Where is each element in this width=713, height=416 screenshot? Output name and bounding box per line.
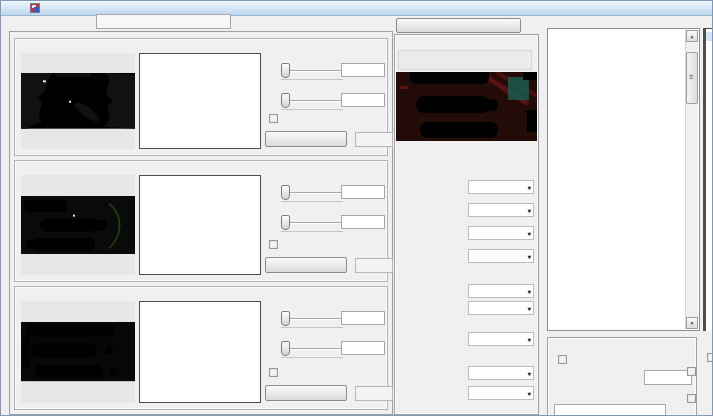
bridge-clipped-checkbox[interactable]: [707, 353, 713, 362]
lower-value-input-r[interactable]: [341, 93, 385, 107]
upper-value-input-g[interactable]: [341, 185, 385, 199]
chevron-down-icon: ▼: [527, 390, 531, 397]
scroll-down-icon[interactable]: ▼: [686, 317, 698, 329]
upper-slider-thumb[interactable]: [281, 185, 290, 200]
source-image-b: [21, 301, 135, 403]
scrollbar-thumb[interactable]: [686, 52, 698, 104]
upper-slider-r[interactable]: [281, 70, 343, 72]
histogram-g: [139, 175, 261, 275]
upper-slider-thumb[interactable]: [281, 63, 290, 78]
histogram-bars-g: [141, 177, 259, 274]
selected-part-image: [396, 72, 537, 141]
chevron-down-icon: ▼: [527, 288, 531, 295]
channel-panel-r: [14, 38, 388, 156]
lower-slider-thumb[interactable]: [281, 215, 290, 230]
upper-value-input-b[interactable]: [341, 311, 385, 325]
padid-tree[interactable]: ▲ ▼: [547, 28, 700, 331]
lower-slider-thumb[interactable]: [281, 341, 290, 356]
bridge-tl-checkbox[interactable]: [687, 367, 696, 376]
source-image-b-graphic: [21, 322, 135, 381]
histogram-bars-b: [141, 303, 259, 402]
lower-slider-r[interactable]: [281, 100, 343, 102]
upper-value-input-r[interactable]: [341, 63, 385, 77]
sws-g-dropdown[interactable]: ▼: [468, 226, 534, 240]
normalized-dropdown[interactable]: ▼: [468, 180, 534, 194]
clipped-selected-row: [706, 32, 713, 41]
lower-value-input-b[interactable]: [341, 341, 385, 355]
mask-size-2-dropdown[interactable]: ▼: [468, 366, 534, 380]
threshold-result-box-r: [355, 132, 393, 147]
selectedmode-dropdown[interactable]: ▼: [468, 284, 534, 298]
threshold-button-b[interactable]: [265, 385, 347, 401]
lower-slider-b[interactable]: [281, 348, 343, 350]
chevron-down-icon: ▼: [527, 253, 531, 260]
bridge-delta-input[interactable]: [644, 370, 692, 385]
chevron-down-icon: ▼: [527, 207, 531, 214]
sws-b-dropdown[interactable]: ▼: [468, 249, 534, 263]
rgb-filter-checkbox[interactable]: [558, 355, 567, 364]
source-image-r: [21, 53, 135, 149]
channel-panel-b: [14, 286, 388, 410]
source-image-g: [21, 175, 135, 275]
silkexpsize-dropdown[interactable]: ▼: [468, 301, 534, 315]
upper-slider-b[interactable]: [281, 318, 343, 320]
manual-bridge-input[interactable]: [554, 404, 666, 416]
hist-upper-line-r: [140, 54, 141, 148]
selected-part-panel: ▼ ▼ ▼ ▼ ▼ ▼ ▼ ▼ ▼: [394, 34, 539, 415]
chevron-down-icon: ▼: [527, 184, 531, 191]
lower-slider-thumb[interactable]: [281, 93, 290, 108]
chevron-down-icon: ▼: [527, 230, 531, 237]
tree-scrollbar[interactable]: ▲ ▼: [685, 30, 698, 329]
lower-value-input-g[interactable]: [341, 215, 385, 229]
reverse-checkbox-g[interactable]: [269, 240, 278, 249]
hist-upper-line-g: [140, 176, 141, 274]
threshold-result-box-b: [355, 386, 393, 401]
upper-slider-thumb[interactable]: [281, 311, 290, 326]
histogram-r: [139, 53, 261, 149]
source-image-r-graphic: [21, 73, 135, 129]
source-image-g-graphic: [21, 196, 135, 254]
mask-size-1-dropdown[interactable]: ▼: [468, 332, 534, 346]
upper-slider-g[interactable]: [281, 192, 343, 194]
reverse-checkbox-b[interactable]: [269, 368, 278, 377]
current-pad-alg-panel: [547, 337, 697, 416]
histogram-bars-r: [141, 55, 259, 148]
threshold-button-r[interactable]: [265, 131, 347, 147]
bridge-l-checkbox[interactable]: [687, 394, 696, 403]
threshold-result-box-g: [355, 258, 393, 273]
chevron-down-icon: ▼: [527, 370, 531, 377]
clipped-right-panel: [703, 28, 713, 331]
sws-r-dropdown[interactable]: ▼: [468, 203, 534, 217]
padid-value-field[interactable]: [96, 14, 231, 29]
channel-panel-g: [14, 160, 388, 282]
chevron-down-icon: ▼: [527, 305, 531, 312]
lower-slider-g[interactable]: [281, 222, 343, 224]
channels-panel: [9, 31, 393, 415]
threshold-button-g[interactable]: [265, 257, 347, 273]
padid-tree-items: [560, 34, 684, 329]
filterrgb-window: { "window": { "title": "FilterRGB_3D" },…: [0, 0, 713, 416]
hist-upper-line-b: [140, 302, 141, 402]
reverse-checkbox-r[interactable]: [269, 114, 278, 123]
histogram-b: [139, 301, 261, 403]
selected-part-empty-strip: [398, 50, 532, 70]
selected-part-graphic: [396, 72, 537, 141]
chevron-down-icon: ▼: [527, 336, 531, 343]
scroll-up-icon[interactable]: ▲: [686, 30, 698, 42]
app-icon: [30, 3, 40, 13]
elim-order-dropdown[interactable]: ▼: [468, 386, 534, 400]
copy-rgb-setting-button[interactable]: [396, 18, 521, 33]
